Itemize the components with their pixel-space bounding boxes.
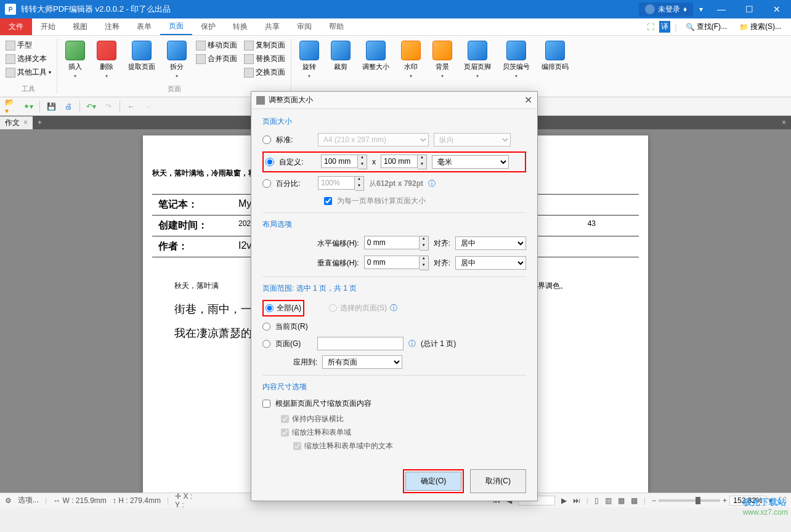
menu-review[interactable]: 审阅 xyxy=(288,18,320,35)
h-offset-spinner[interactable]: ▲▼ xyxy=(364,236,429,251)
redo-button[interactable]: ↷ xyxy=(102,100,115,113)
maximize-button[interactable]: ☐ xyxy=(740,4,758,14)
height-spinner[interactable]: ▲▼ xyxy=(381,155,427,169)
scale-content-checkbox[interactable] xyxy=(262,400,270,408)
extract-button[interactable]: 提取页面 xyxy=(123,39,160,73)
pages-radio[interactable] xyxy=(262,340,270,348)
ribbon: 手型 选择文本 其他工具 ▾ 工具 插入▾ 删除▾ 提取页面 拆分▾ 移动页面 … xyxy=(0,36,791,97)
menu-view[interactable]: 视图 xyxy=(64,18,96,35)
close-button[interactable]: ✕ xyxy=(768,4,786,14)
width-spinner[interactable]: ▲▼ xyxy=(321,155,367,169)
merge-page[interactable]: 合并页面 xyxy=(193,52,240,65)
nav-last-icon[interactable]: ⏭ xyxy=(573,496,580,505)
copy-page[interactable]: 复制页面 xyxy=(241,39,288,52)
add-tab-button[interactable]: + xyxy=(33,118,47,127)
zoom-slider[interactable] xyxy=(659,499,720,502)
print-button[interactable]: 🖨 xyxy=(62,100,75,113)
other-tools[interactable]: 其他工具 ▾ xyxy=(3,66,54,79)
apply-to-select[interactable]: 所有页面 xyxy=(322,355,402,369)
align-v-select[interactable]: 居中 xyxy=(455,256,526,270)
calc-each-checkbox[interactable] xyxy=(324,197,332,205)
ok-button[interactable]: 确定(O) xyxy=(405,472,461,491)
unit-select[interactable]: 毫米 xyxy=(432,155,509,169)
menu-convert[interactable]: 转换 xyxy=(224,18,256,35)
gear-icon[interactable]: ⚙ xyxy=(5,496,12,505)
open-button[interactable]: 📂▾ xyxy=(5,100,17,113)
fullscreen-icon[interactable]: ⛶ xyxy=(779,496,786,505)
menu-help[interactable]: 帮助 xyxy=(320,18,352,35)
standard-radio[interactable] xyxy=(262,135,271,144)
pages-input[interactable] xyxy=(317,337,404,350)
new-button[interactable]: ✦▾ xyxy=(22,100,34,113)
custom-radio[interactable] xyxy=(266,158,274,166)
find-button[interactable]: 🔍 查找(F)... xyxy=(682,20,731,34)
menu-share[interactable]: 共享 xyxy=(256,18,288,35)
all-pages-radio[interactable] xyxy=(266,304,274,312)
cancel-button[interactable]: 取消(C) xyxy=(470,469,526,493)
standard-select[interactable]: A4 (210 x 297 mm) xyxy=(318,133,429,147)
crop-button[interactable]: 裁剪 xyxy=(326,39,355,73)
back-button[interactable]: ← xyxy=(125,100,137,113)
zoom-in-icon[interactable]: + xyxy=(723,496,727,505)
menu-protect[interactable]: 保护 xyxy=(192,18,224,35)
menu-start[interactable]: 开始 xyxy=(32,18,64,35)
page-size-info: ↔ W : 215.9mm xyxy=(53,496,107,505)
menu-page[interactable]: 页面 xyxy=(160,18,192,35)
align-h-select[interactable]: 居中 xyxy=(455,236,526,250)
hand-tool[interactable]: 手型 xyxy=(3,39,54,52)
undo-button[interactable]: ↶▾ xyxy=(85,100,97,113)
bates-button[interactable]: 贝茨编号▾ xyxy=(498,39,535,81)
folder-icon: 📁 xyxy=(739,23,748,31)
rotate-button[interactable]: 旋转▾ xyxy=(294,39,324,81)
tab-close-icon[interactable]: × xyxy=(23,118,28,127)
selected-pages-radio[interactable] xyxy=(329,304,337,312)
dropdown-icon[interactable]: ▾ xyxy=(699,5,703,14)
search-button[interactable]: 📁 搜索(S)... xyxy=(736,20,785,34)
layout-single-icon[interactable]: ▯ xyxy=(594,496,599,505)
header-footer-button[interactable]: 页眉页脚▾ xyxy=(459,39,496,81)
delete-button[interactable]: 删除▾ xyxy=(92,39,121,81)
align-v-label: 对齐: xyxy=(434,258,450,268)
swap-page[interactable]: 交换页面 xyxy=(241,66,288,79)
menu-annotate[interactable]: 注释 xyxy=(96,18,128,35)
insert-button[interactable]: 插入▾ xyxy=(60,39,90,81)
options-button[interactable]: 选项... xyxy=(18,495,39,506)
forward-button[interactable]: → xyxy=(142,100,155,113)
menu-form[interactable]: 表单 xyxy=(128,18,160,35)
orientation-select[interactable]: 纵向 xyxy=(434,133,511,147)
fit-icon[interactable]: ⛶ xyxy=(647,23,654,31)
layout-two-cont-icon[interactable]: ▩ xyxy=(631,496,638,505)
layout-two-icon[interactable]: ▦ xyxy=(618,496,625,505)
menu-file[interactable]: 文件 xyxy=(0,18,32,35)
translate-icon[interactable]: 译 xyxy=(659,21,670,33)
background-button[interactable]: 背景▾ xyxy=(428,39,457,81)
tabbar-close-icon[interactable]: × xyxy=(777,118,791,127)
move-page[interactable]: 移动页面 xyxy=(193,39,240,52)
current-page-label: 当前页(R) xyxy=(275,321,308,332)
replace-page[interactable]: 替换页面 xyxy=(241,52,288,65)
page-num-button[interactable]: 编排页码 xyxy=(537,39,574,73)
minimize-button[interactable]: — xyxy=(712,4,731,14)
watermark-button[interactable]: 水印▾ xyxy=(396,39,426,81)
layout-cont-icon[interactable]: ▥ xyxy=(605,496,612,505)
save-button[interactable]: 💾 xyxy=(45,100,57,113)
resize-button[interactable]: 调整大小 xyxy=(357,39,394,73)
scale-annot-checkbox xyxy=(281,429,289,437)
v-offset-spinner[interactable]: ▲▼ xyxy=(364,256,429,270)
dialog-close-button[interactable]: ✕ xyxy=(524,94,532,106)
info-icon[interactable]: ⓘ xyxy=(428,179,436,189)
percent-spinner[interactable]: ▲▼ xyxy=(318,176,364,191)
select-text-tool[interactable]: 选择文本 xyxy=(3,52,54,65)
info-icon-2[interactable]: ⓘ xyxy=(390,303,397,313)
percent-radio[interactable] xyxy=(262,179,271,188)
document-tab[interactable]: 作文 × xyxy=(0,116,33,129)
split-button[interactable]: 拆分▾ xyxy=(162,39,192,81)
current-page-radio[interactable] xyxy=(262,323,270,331)
zoom-out-icon[interactable]: − xyxy=(652,496,656,505)
nav-next-icon[interactable]: ▶ xyxy=(561,496,567,505)
page-num-icon xyxy=(545,41,565,60)
login-area[interactable]: 未登录 ♦ xyxy=(639,2,693,17)
info-icon-3[interactable]: ⓘ xyxy=(408,339,416,349)
zoom-dropdown-icon[interactable]: ▾ xyxy=(769,496,773,505)
zoom-input[interactable] xyxy=(729,496,766,506)
